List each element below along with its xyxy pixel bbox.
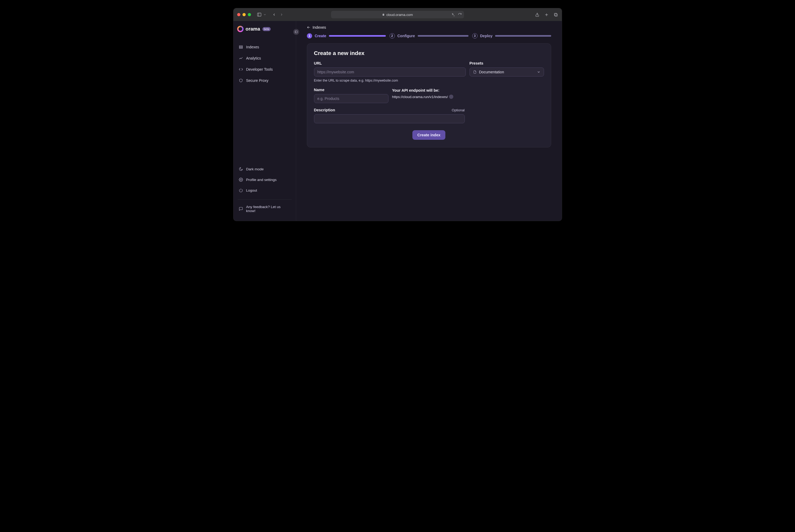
sidebar-nav: Indexes Analytics Developer Tools	[237, 42, 293, 85]
presets-select[interactable]: Documentation	[469, 68, 544, 77]
stepper: 1 Create 2 Configure 3 Deploy	[307, 33, 551, 43]
field-presets: Presets Documentation	[469, 61, 544, 77]
feedback-label: Any feedback? Let us know!	[246, 205, 291, 213]
svg-rect-9	[239, 46, 242, 46]
tabs-overview-icon[interactable]	[554, 13, 558, 17]
svg-rect-6	[554, 13, 556, 15]
chevron-down-icon	[537, 70, 540, 74]
description-label: Description	[314, 108, 335, 112]
main-content: Indexes 1 Create 2 Configure 3 Deploy	[296, 21, 562, 221]
step-label: Deploy	[480, 34, 493, 38]
step-configure[interactable]: 2 Configure	[390, 33, 468, 39]
nav-forward-button[interactable]	[280, 13, 283, 17]
create-index-card: Create a new index URL Enter the URL to …	[307, 43, 551, 148]
name-input[interactable]	[314, 94, 388, 103]
address-bar[interactable]: cloud.orama.com	[331, 11, 464, 18]
power-icon	[239, 188, 243, 192]
description-optional: Optional	[452, 108, 464, 112]
database-icon	[239, 45, 243, 49]
api-endpoint-base: https://cloud.orama.run/v1/indexes/	[392, 95, 448, 99]
beta-badge: beta	[262, 27, 271, 31]
arrow-left-icon	[307, 25, 311, 29]
svg-rect-10	[239, 47, 242, 48]
reload-icon[interactable]	[458, 13, 462, 17]
sidebar-item-label: Profile and settings	[246, 178, 277, 182]
step-number: 3	[472, 33, 478, 39]
divider	[238, 199, 292, 200]
name-label: Name	[314, 88, 388, 92]
sidebar-toggle-button[interactable]	[257, 12, 266, 17]
sidebar-icon	[257, 12, 262, 17]
url-input[interactable]	[314, 68, 466, 77]
chevron-down-icon	[263, 13, 266, 16]
sidebar-item-label: Indexes	[246, 45, 259, 49]
sidebar-item-profile-settings[interactable]: Profile and settings	[237, 175, 293, 185]
url-hint: Enter the URL to scrape data, e.g. https…	[314, 79, 466, 82]
app-page: orama beta Indexes Analytics	[234, 21, 562, 221]
sidebar-item-label: Secure Proxy	[246, 78, 269, 83]
brand-name: orama	[246, 26, 260, 32]
code-icon	[239, 67, 243, 72]
sidebar-item-logout[interactable]: Logout	[237, 186, 293, 195]
description-input[interactable]	[314, 114, 465, 123]
step-number: 1	[307, 33, 312, 39]
app-sidebar: orama beta Indexes Analytics	[234, 21, 296, 221]
chrome-right-actions	[535, 13, 558, 17]
field-name: Name	[314, 88, 388, 103]
step-create[interactable]: 1 Create	[307, 33, 386, 39]
feedback-link[interactable]: Any feedback? Let us know!	[237, 202, 293, 215]
sidebar-bottom: Dark mode Profile and settings Logout	[237, 164, 293, 215]
breadcrumb-label: Indexes	[313, 25, 326, 30]
url-label: URL	[314, 61, 466, 65]
step-label: Configure	[398, 34, 415, 38]
nav-arrows	[272, 13, 283, 17]
sidebar-item-secure-proxy[interactable]: Secure Proxy	[237, 76, 293, 85]
svg-rect-11	[239, 48, 242, 49]
step-progress-bar	[329, 35, 386, 37]
minimize-window-button[interactable]	[242, 13, 246, 16]
svg-point-12	[240, 179, 241, 180]
brand[interactable]: orama beta	[237, 25, 293, 37]
step-number: 2	[390, 33, 395, 39]
maximize-window-button[interactable]	[248, 13, 251, 16]
breadcrumb-back[interactable]: Indexes	[307, 24, 551, 33]
step-progress-bar	[495, 35, 551, 37]
card-title: Create a new index	[314, 50, 544, 56]
svg-rect-0	[257, 13, 261, 16]
field-url: URL Enter the URL to scrape data, e.g. h…	[314, 61, 466, 82]
new-tab-icon[interactable]	[544, 13, 549, 17]
sidebar-item-developer-tools[interactable]: Developer Tools	[237, 64, 293, 74]
sidebar-item-analytics[interactable]: Analytics	[237, 53, 293, 63]
presets-selected: Documentation	[479, 70, 504, 74]
close-window-button[interactable]	[237, 13, 240, 16]
api-endpoint-title: Your API endpoint will be:	[392, 88, 544, 93]
browser-window: cloud.orama.com	[233, 8, 562, 221]
share-icon[interactable]	[535, 13, 539, 17]
sidebar-item-dark-mode[interactable]: Dark mode	[237, 164, 293, 174]
browser-chrome: cloud.orama.com	[234, 8, 562, 21]
presets-label: Presets	[469, 61, 544, 65]
form-actions: Create index	[314, 130, 544, 140]
sidebar-item-indexes[interactable]: Indexes	[237, 42, 293, 52]
step-label: Create	[315, 34, 327, 38]
analytics-icon	[239, 56, 243, 60]
sidebar-item-label: Analytics	[246, 56, 261, 60]
lock-icon	[382, 13, 385, 16]
api-endpoint-url: https://cloud.orama.run/v1/indexes/	[392, 95, 544, 99]
translate-icon[interactable]	[451, 13, 455, 17]
sidebar-collapse-button[interactable]	[293, 29, 299, 35]
api-endpoint-slug-placeholder	[449, 95, 453, 99]
moon-icon	[239, 167, 243, 171]
gear-icon	[239, 177, 243, 182]
step-deploy[interactable]: 3 Deploy	[472, 33, 551, 39]
sidebar-item-label: Developer Tools	[246, 67, 273, 72]
sidebar-item-label: Dark mode	[246, 167, 264, 171]
document-icon	[473, 70, 477, 74]
shield-icon	[239, 78, 243, 83]
create-index-button[interactable]: Create index	[412, 130, 445, 140]
svg-rect-7	[295, 31, 297, 33]
chat-icon	[239, 207, 243, 211]
brand-logo-icon	[237, 26, 243, 32]
nav-back-button[interactable]	[272, 13, 276, 17]
api-endpoint-block: Your API endpoint will be: https://cloud…	[392, 88, 544, 99]
